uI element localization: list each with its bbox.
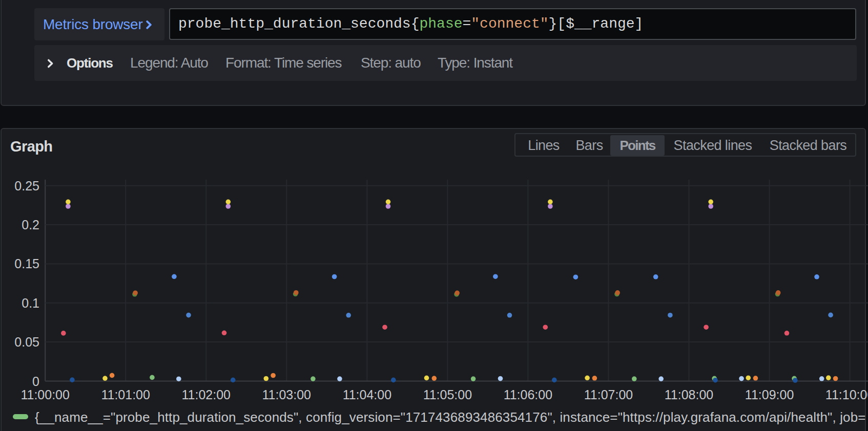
svg-text:11:10:00: 11:10:00 — [825, 387, 868, 402]
svg-text:0.15: 0.15 — [14, 256, 39, 271]
svg-text:0.1: 0.1 — [22, 296, 39, 310]
svg-text:11:05:00: 11:05:00 — [423, 387, 472, 402]
svg-text:0.2: 0.2 — [22, 218, 39, 232]
svg-text:0: 0 — [32, 374, 39, 389]
svg-text:11:04:00: 11:04:00 — [343, 387, 391, 402]
svg-text:11:02:00: 11:02:00 — [182, 387, 231, 402]
svg-text:0.25: 0.25 — [14, 179, 39, 193]
svg-text:11:03:00: 11:03:00 — [262, 387, 311, 402]
svg-text:0.05: 0.05 — [14, 335, 39, 349]
svg-text:11:09:00: 11:09:00 — [745, 387, 794, 402]
svg-text:11:06:00: 11:06:00 — [504, 387, 552, 402]
svg-text:11:01:00: 11:01:00 — [101, 387, 150, 402]
svg-text:11:07:00: 11:07:00 — [584, 387, 633, 402]
svg-text:11:08:00: 11:08:00 — [665, 387, 713, 402]
svg-text:11:00:00: 11:00:00 — [20, 387, 69, 402]
